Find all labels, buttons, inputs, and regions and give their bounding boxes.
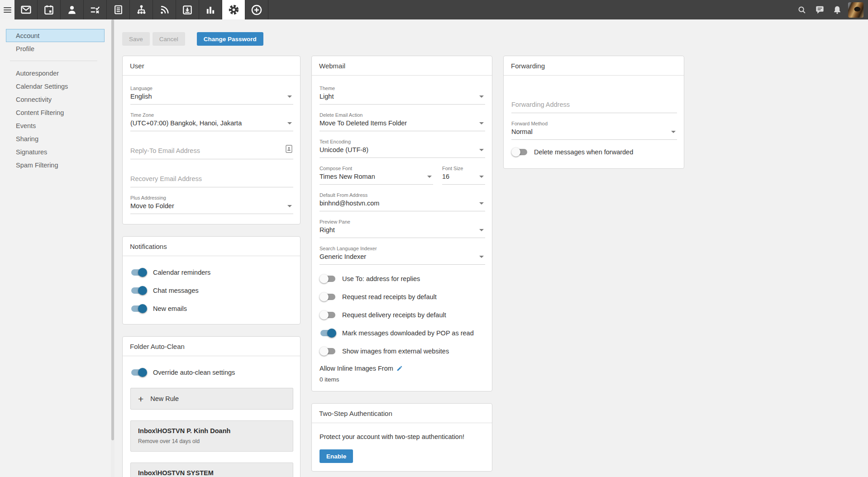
cancel-button[interactable]: Cancel [153,32,185,46]
save-button[interactable]: Save [122,32,150,46]
webmail-card-title: Webmail [312,56,492,76]
default-from-value: binhnd@hostvn.com [320,200,485,207]
scrollbar-thumb[interactable] [111,19,114,440]
chat-icon[interactable] [813,3,826,17]
new-rule-button[interactable]: + New Rule [130,388,293,410]
two-step-description: Protect your account with two-step authe… [320,433,485,440]
timezone-select[interactable]: Time Zone (UTC+07:00) Bangkok, Hanoi, Ja… [130,112,293,131]
forwarding-address-field [511,93,677,113]
toggle-row-delete-forwarded: Delete messages when forwarded [511,148,677,157]
calendar-icon [43,4,55,16]
toolbar-tile-file-storage[interactable] [176,0,199,19]
connections-icon [135,4,148,16]
forward-method-label: Forward Method [511,121,677,126]
default-from-select[interactable]: Default From Address binhnd@hostvn.com [320,192,485,211]
toolbar-tile-feeds[interactable] [153,0,176,19]
autoclean-rule-item[interactable]: Inbox\HOSTVN P. Kinh Doanh Remove over 1… [130,420,293,452]
two-step-title: Two-Step Authentication [312,404,492,423]
toggle-row-calendar-reminders: Calendar reminders [130,268,293,277]
use-to-address-toggle[interactable] [320,274,336,283]
text-encoding-select[interactable]: Text Encoding Unicode (UTF-8) [320,139,485,158]
sidebar-item-account[interactable]: Account [6,29,105,42]
sidebar-item-calendar-settings[interactable]: Calendar Settings [6,80,105,93]
toggle-row-override-autoclean: Override auto-clean settings [130,368,293,377]
theme-select[interactable]: Theme Light [320,86,485,105]
pop-read-label: Mark messages downloaded by POP as read [342,329,474,337]
new-emails-toggle[interactable] [130,304,147,313]
preview-pane-select[interactable]: Preview Pane Right [320,219,485,238]
sidebar-item-sharing[interactable]: Sharing [6,132,105,145]
toolbar-tile-reports[interactable] [199,0,222,19]
search-icon[interactable] [795,3,809,17]
pop-read-toggle[interactable] [320,329,336,338]
default-from-label: Default From Address [320,192,485,198]
rule-detail: Remove over 14 days old [138,438,286,444]
notifications-card-title: Notifications [123,237,300,256]
notification-bell-icon[interactable] [830,3,844,17]
toolbar-tile-settings[interactable] [222,0,245,19]
forwarding-address-input[interactable] [511,101,677,108]
delivery-receipts-toggle[interactable] [320,310,336,320]
sidebar-item-spam-filtering[interactable]: Spam Filtering [6,158,105,172]
sidebar-item-events[interactable]: Events [6,119,105,132]
toggle-row-read-receipts: Request read receipts by default [320,292,485,301]
change-password-button[interactable]: Change Password [197,32,263,46]
compose-font-label: Compose Font [320,166,433,171]
edit-pencil-icon[interactable] [396,365,403,372]
recovery-email-input[interactable] [130,175,293,182]
toolbar-tile-notes[interactable] [107,0,130,19]
main-content: Save Cancel Change Password User Languag… [114,19,868,477]
plus-addressing-select[interactable]: Plus Addressing Move to Folder [130,195,293,214]
theme-label: Theme [320,86,485,91]
rule-folder: Inbox\HOSTVN P. Kinh Doanh [138,427,286,434]
preview-pane-label: Preview Pane [320,219,485,224]
timezone-value: (UTC+07:00) Bangkok, Hanoi, Jakarta [130,119,293,127]
font-size-select[interactable]: Font Size 16 [442,166,485,185]
forward-method-select[interactable]: Forward Method Normal [511,121,677,140]
sidebar-item-content-filtering[interactable]: Content Filtering [6,106,105,119]
plus-icon: + [138,394,143,404]
toolbar-tile-new-item[interactable] [245,0,268,19]
toggle-row-external-images: Show images from external websites [320,347,485,356]
calendar-reminders-label: Calendar reminders [153,269,210,276]
autoclean-rule-item[interactable]: Inbox\HOSTVN SYSTEM Remove over 14 days … [130,463,293,477]
search-indexer-select[interactable]: Search Language Indexer Generic Indexer [320,246,485,265]
toolbar-tile-connections[interactable] [130,0,153,19]
read-receipts-toggle[interactable] [320,292,336,301]
sidebar-item-autoresponder[interactable]: Autoresponder [6,67,105,80]
theme-value: Light [320,93,485,100]
delete-forwarded-toggle[interactable] [511,148,528,157]
sidebar-item-connectivity[interactable]: Connectivity [6,93,105,106]
toolbar-tile-tasks[interactable] [84,0,107,19]
chat-messages-toggle[interactable] [130,286,147,295]
toolbar-tile-calendar[interactable] [38,0,61,19]
menu-hamburger-icon[interactable] [0,0,14,19]
chat-messages-label: Chat messages [153,287,199,294]
rss-feed-icon [158,4,170,16]
toolbar-tile-mail[interactable] [14,0,38,19]
sidebar-item-signatures[interactable]: Signatures [6,145,105,158]
toggle-row-pop-read: Mark messages downloaded by POP as read [320,329,485,338]
external-images-toggle[interactable] [320,347,336,356]
calendar-reminders-toggle[interactable] [130,268,147,277]
sidebar-item-profile[interactable]: Profile [6,42,105,55]
compose-font-select[interactable]: Compose Font Times New Roman [320,166,433,185]
user-avatar[interactable] [848,2,863,18]
reply-to-input[interactable] [130,147,293,154]
plus-circle-icon [250,4,263,16]
override-autoclean-label: Override auto-clean settings [153,369,235,376]
tasks-icon [89,4,101,16]
webmail-card: Webmail Theme Light Delete Email Action … [311,56,492,391]
enable-two-step-button[interactable]: Enable [320,449,353,463]
settings-gear-icon [228,4,240,16]
toolbar-tile-contacts[interactable] [61,0,84,19]
external-images-label: Show images from external websites [342,348,449,355]
language-select[interactable]: Language English [130,86,293,105]
override-autoclean-toggle[interactable] [130,368,147,377]
delete-email-action-select[interactable]: Delete Email Action Move To Deleted Item… [320,112,485,131]
text-encoding-value: Unicode (UTF-8) [320,146,485,153]
folder-autoclean-card: Folder Auto-Clean Override auto-clean se… [122,336,300,477]
contact-card-icon[interactable] [286,145,292,155]
rule-folder: Inbox\HOSTVN SYSTEM [138,469,286,477]
settings-sidebar: Account Profile Autoresponder Calendar S… [0,19,111,477]
